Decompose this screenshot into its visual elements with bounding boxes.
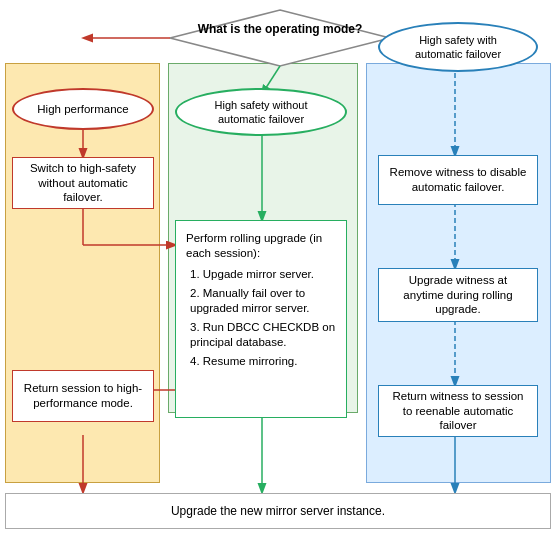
diagram: What is the operating mode? [0, 0, 560, 534]
return-witness-label: Return witness to session to reenable au… [389, 389, 527, 434]
node-return-session: Return session to high-performance mode. [12, 370, 154, 422]
rolling-upgrade-item-4: 4. Resume mirroring. [186, 354, 297, 369]
high-safety-failover-label: High safety with automatic failover [394, 33, 522, 62]
rolling-upgrade-title: Perform rolling upgrade (in each session… [186, 231, 336, 261]
upgrade-witness-label: Upgrade witness at anytime during rollin… [389, 273, 527, 318]
node-high-performance: High performance [12, 88, 154, 130]
bottom-label: Upgrade the new mirror server instance. [171, 504, 385, 518]
rolling-upgrade-item-2: 2. Manually fail over to upgraded mirror… [186, 286, 336, 316]
remove-witness-label: Remove witness to disable automatic fail… [389, 165, 527, 195]
node-remove-witness: Remove witness to disable automatic fail… [378, 155, 538, 205]
rolling-upgrade-item-3: 3. Run DBCC CHECKDB on principal databas… [186, 320, 336, 350]
node-return-witness: Return witness to session to reenable au… [378, 385, 538, 437]
svg-text:What is the operating mode?: What is the operating mode? [198, 22, 363, 36]
high-performance-label: High performance [37, 102, 128, 117]
high-safety-no-failover-label: High safety without automatic failover [191, 98, 331, 127]
node-upgrade-witness: Upgrade witness at anytime during rollin… [378, 268, 538, 322]
return-session-label: Return session to high-performance mode. [23, 381, 143, 411]
bottom-box: Upgrade the new mirror server instance. [5, 493, 551, 529]
node-switch-high-safety: Switch to high-safety without automatic … [12, 157, 154, 209]
node-high-safety-no-failover: High safety without automatic failover [175, 88, 347, 136]
rolling-upgrade-item-1: 1. Upgade mirror server. [186, 267, 314, 282]
switch-high-safety-label: Switch to high-safety without automatic … [23, 161, 143, 206]
svg-marker-0 [170, 10, 390, 66]
node-rolling-upgrade: Perform rolling upgrade (in each session… [175, 220, 347, 418]
node-high-safety-failover: High safety with automatic failover [378, 22, 538, 72]
